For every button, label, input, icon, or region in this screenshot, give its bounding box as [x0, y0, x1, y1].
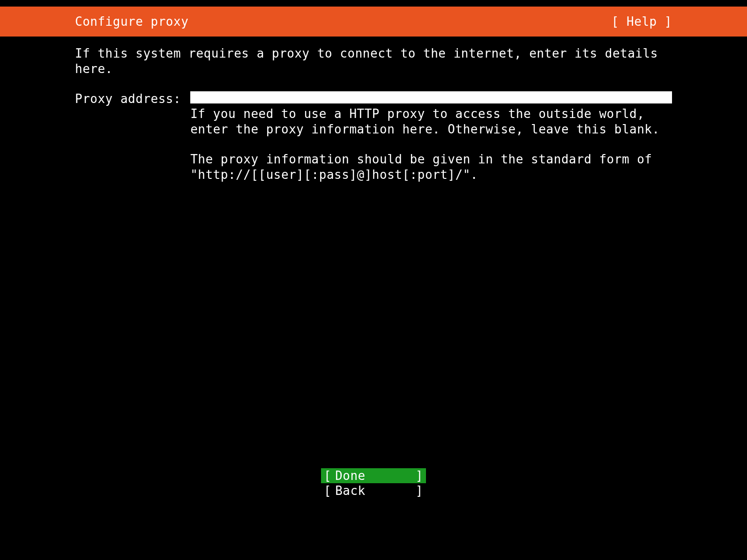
proxy-help-line-2: The proxy information should be given in…	[190, 152, 672, 182]
back-button-label: Back	[335, 483, 412, 499]
bracket-right-icon: ]	[416, 468, 423, 484]
main-content: If this system requires a proxy to conne…	[0, 37, 747, 182]
footer-buttons: [ Done ] [ Back ]	[0, 468, 747, 498]
bracket-right-icon: ]	[416, 483, 423, 499]
proxy-help-text: If you need to use a HTTP proxy to acces…	[190, 106, 672, 182]
done-button-label: Done	[335, 468, 412, 484]
instruction-text: If this system requires a proxy to conne…	[75, 46, 672, 76]
proxy-form-row: Proxy address: If you need to use a HTTP…	[75, 91, 672, 182]
back-button[interactable]: [ Back ]	[321, 483, 426, 498]
bracket-left-icon: [	[324, 468, 331, 484]
bracket-left-icon: [	[324, 483, 331, 499]
proxy-field-column: If you need to use a HTTP proxy to acces…	[190, 91, 672, 182]
proxy-help-line-1: If you need to use a HTTP proxy to acces…	[190, 106, 672, 137]
proxy-address-label: Proxy address:	[75, 91, 181, 107]
installer-header: Configure proxy [ Help ]	[0, 7, 747, 37]
done-button[interactable]: [ Done ]	[321, 468, 426, 483]
proxy-address-input[interactable]	[190, 91, 672, 103]
help-button[interactable]: [ Help ]	[612, 14, 672, 29]
page-title: Configure proxy	[75, 14, 188, 29]
